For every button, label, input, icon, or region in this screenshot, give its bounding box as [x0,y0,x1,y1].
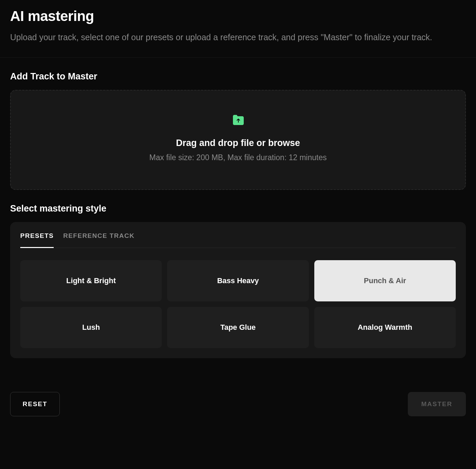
preset-light-bright[interactable]: Light & Bright [20,260,162,301]
style-panel: PRESETS REFERENCE TRACK Light & Bright B… [10,222,466,358]
page-subtitle: Upload your track, select one of our pre… [10,31,446,44]
dropzone-subtitle: Max file size: 200 MB, Max file duration… [149,153,326,162]
preset-lush[interactable]: Lush [20,307,162,348]
style-heading: Select mastering style [10,203,466,214]
page-title: AI mastering [10,8,466,24]
style-tabs: PRESETS REFERENCE TRACK [20,232,456,248]
preset-analog-warmth[interactable]: Analog Warmth [314,307,456,348]
reset-button[interactable]: RESET [10,392,60,416]
upload-folder-icon [232,114,244,126]
preset-bass-heavy[interactable]: Bass Heavy [167,260,309,301]
master-button[interactable]: MASTER [408,392,466,416]
preset-punch-air[interactable]: Punch & Air [314,260,456,301]
footer-actions: RESET MASTER [0,372,476,426]
tab-reference-track[interactable]: REFERENCE TRACK [63,232,134,248]
upload-dropzone[interactable]: Drag and drop file or browse Max file si… [10,90,466,190]
preset-tape-glue[interactable]: Tape Glue [167,307,309,348]
upload-heading: Add Track to Master [10,71,466,82]
presets-grid: Light & Bright Bass Heavy Punch & Air Lu… [20,260,456,348]
tab-presets[interactable]: PRESETS [20,232,54,248]
dropzone-title: Drag and drop file or browse [176,138,300,148]
